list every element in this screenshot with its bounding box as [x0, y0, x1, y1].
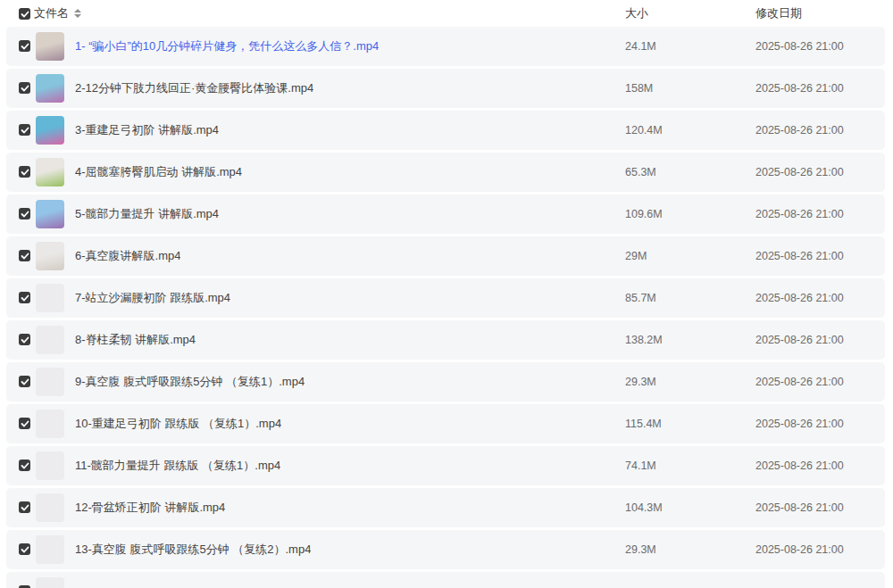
file-date: 2025-08-26 21:00 [755, 124, 844, 137]
table-row[interactable]: 4-屈髋塞胯臀肌启动 讲解版.mp4 65.3M 2025-08-26 21:0… [6, 153, 885, 192]
check-icon [21, 545, 29, 554]
file-thumbnail[interactable] [36, 535, 64, 564]
row-checkbox[interactable] [19, 501, 30, 513]
row-checkbox[interactable] [19, 334, 30, 345]
file-date: 2025-08-26 21:00 [755, 418, 844, 430]
file-thumbnail[interactable] [36, 74, 64, 103]
select-all-checkbox[interactable] [19, 8, 30, 20]
table-row[interactable]: 6-真空腹讲解版.mp4 29M 2025-08-26 21:00 [6, 236, 885, 276]
column-header-date: 修改日期 [755, 5, 802, 21]
file-size: 138.2M [625, 334, 663, 346]
file-size: 158M [625, 82, 653, 95]
file-size: 85.7M [625, 292, 656, 304]
check-icon [21, 126, 29, 135]
file-size: 29.3M [625, 376, 656, 388]
file-name[interactable]: 7-站立沙漏腰初阶 跟练版.mp4 [75, 290, 230, 306]
row-checkbox[interactable] [19, 376, 30, 387]
file-date: 2025-08-26 21:00 [755, 543, 844, 556]
file-manager-page: 文件名 大小 修改日期 1- “骗小白”的10几分钟碎片健身，凭什么这么多人信？… [0, 0, 893, 588]
table-row[interactable]: 7-站立沙漏腰初阶 跟练版.mp4 85.7M 2025-08-26 21:00 [6, 278, 885, 318]
check-icon [21, 461, 29, 470]
file-name[interactable]: 4-屈髋塞胯臀肌启动 讲解版.mp4 [75, 164, 242, 180]
file-date: 2025-08-26 21:00 [755, 292, 844, 304]
table-row[interactable]: 3-重建足弓初阶 讲解版.mp4 120.4M 2025-08-26 21:00 [6, 111, 885, 150]
check-icon [21, 377, 29, 386]
check-icon [21, 210, 29, 219]
row-checkbox[interactable] [19, 460, 30, 471]
check-icon [21, 168, 29, 177]
file-thumbnail[interactable] [36, 158, 64, 186]
check-icon [21, 419, 29, 428]
file-name[interactable]: 1- “骗小白”的10几分钟碎片健身，凭什么这么多人信？.mp4 [75, 38, 379, 54]
file-thumbnail[interactable] [36, 116, 64, 145]
file-size: 120.4M [625, 124, 663, 137]
table-row[interactable]: 5-髋部力量提升 讲解版.mp4 109.6M 2025-08-26 21:00 [6, 195, 885, 234]
check-icon [21, 10, 29, 19]
file-size: 24.1M [625, 40, 656, 53]
file-thumbnail[interactable] [36, 368, 64, 396]
file-date: 2025-08-26 21:00 [755, 501, 844, 514]
file-date: 2025-08-26 21:00 [755, 208, 844, 220]
file-name[interactable]: 9-真空腹 腹式呼吸跟练5分钟 （复练1）.mp4 [75, 374, 305, 390]
file-size: 74.1M [625, 460, 656, 472]
table-row[interactable] [6, 572, 885, 588]
list-header: 文件名 大小 修改日期 [0, 0, 893, 27]
check-icon [21, 503, 29, 512]
file-size: 115.4M [625, 418, 662, 430]
table-row[interactable]: 12-骨盆矫正初阶 讲解版.mp4 104.3M 2025-08-26 21:0… [6, 488, 885, 527]
file-name[interactable]: 5-髋部力量提升 讲解版.mp4 [75, 206, 219, 222]
file-date: 2025-08-26 21:00 [755, 82, 844, 95]
file-thumbnail[interactable] [36, 577, 64, 588]
file-thumbnail[interactable] [36, 242, 64, 270]
filename-header-label: 文件名 [34, 5, 69, 21]
file-thumbnail[interactable] [36, 200, 64, 228]
sort-arrows-icon[interactable] [74, 9, 81, 18]
table-row[interactable]: 2-12分钟下肢力线回正·黄金腰臀比体验课.mp4 158M 2025-08-2… [6, 69, 885, 108]
row-checkbox[interactable] [19, 82, 30, 94]
file-size: 29.3M [625, 543, 656, 556]
file-thumbnail[interactable] [36, 451, 64, 480]
row-checkbox[interactable] [19, 124, 30, 136]
file-size: 65.3M [625, 166, 656, 178]
check-icon [21, 252, 29, 261]
row-checkbox[interactable] [19, 250, 30, 261]
table-row[interactable]: 8-脊柱柔韧 讲解版.mp4 138.2M 2025-08-26 21:00 [6, 320, 885, 360]
file-date: 2025-08-26 21:00 [755, 250, 844, 262]
file-name[interactable]: 3-重建足弓初阶 讲解版.mp4 [75, 122, 219, 138]
check-icon [21, 294, 29, 302]
file-size: 104.3M [625, 501, 663, 514]
column-header-size: 大小 [625, 5, 648, 21]
file-thumbnail[interactable] [36, 326, 64, 354]
row-checkbox[interactable] [19, 40, 30, 52]
file-size: 29M [625, 250, 647, 262]
table-row[interactable]: 1- “骗小白”的10几分钟碎片健身，凭什么这么多人信？.mp4 24.1M 2… [6, 27, 885, 66]
table-row[interactable]: 9-真空腹 腹式呼吸跟练5分钟 （复练1）.mp4 29.3M 2025-08-… [6, 362, 885, 402]
row-checkbox[interactable] [19, 166, 30, 178]
file-thumbnail[interactable] [36, 32, 64, 61]
table-row[interactable]: 11-髋部力量提升 跟练版 （复练1）.mp4 74.1M 2025-08-26… [6, 446, 885, 485]
file-size: 109.6M [625, 208, 663, 220]
file-date: 2025-08-26 21:00 [755, 460, 844, 472]
file-date: 2025-08-26 21:00 [755, 376, 844, 388]
table-row[interactable]: 10-重建足弓初阶 跟练版 （复练1）.mp4 115.4M 2025-08-2… [6, 404, 885, 443]
file-thumbnail[interactable] [36, 284, 64, 312]
row-checkbox[interactable] [19, 292, 30, 303]
check-icon [21, 42, 29, 51]
file-name[interactable]: 10-重建足弓初阶 跟练版 （复练1）.mp4 [75, 416, 281, 432]
row-checkbox[interactable] [19, 418, 30, 429]
file-name[interactable]: 11-髋部力量提升 跟练版 （复练1）.mp4 [75, 458, 280, 474]
table-row[interactable]: 13-真空腹 腹式呼吸跟练5分钟 （复练2）.mp4 29.3M 2025-08… [6, 530, 885, 569]
file-thumbnail[interactable] [36, 493, 64, 522]
file-name[interactable]: 2-12分钟下肢力线回正·黄金腰臀比体验课.mp4 [75, 80, 313, 96]
row-checkbox[interactable] [19, 208, 30, 219]
column-header-filename[interactable]: 文件名 [34, 5, 81, 21]
row-checkbox[interactable] [19, 543, 30, 555]
file-name[interactable]: 8-脊柱柔韧 讲解版.mp4 [75, 332, 196, 348]
file-name[interactable]: 13-真空腹 腹式呼吸跟练5分钟 （复练2）.mp4 [75, 542, 311, 558]
file-date: 2025-08-26 21:00 [755, 334, 844, 346]
file-name[interactable]: 12-骨盆矫正初阶 讲解版.mp4 [75, 500, 225, 516]
check-icon [21, 84, 29, 93]
file-name[interactable]: 6-真空腹讲解版.mp4 [75, 248, 180, 264]
file-thumbnail[interactable] [36, 410, 64, 438]
file-list: 1- “骗小白”的10几分钟碎片健身，凭什么这么多人信？.mp4 24.1M 2… [0, 27, 893, 588]
